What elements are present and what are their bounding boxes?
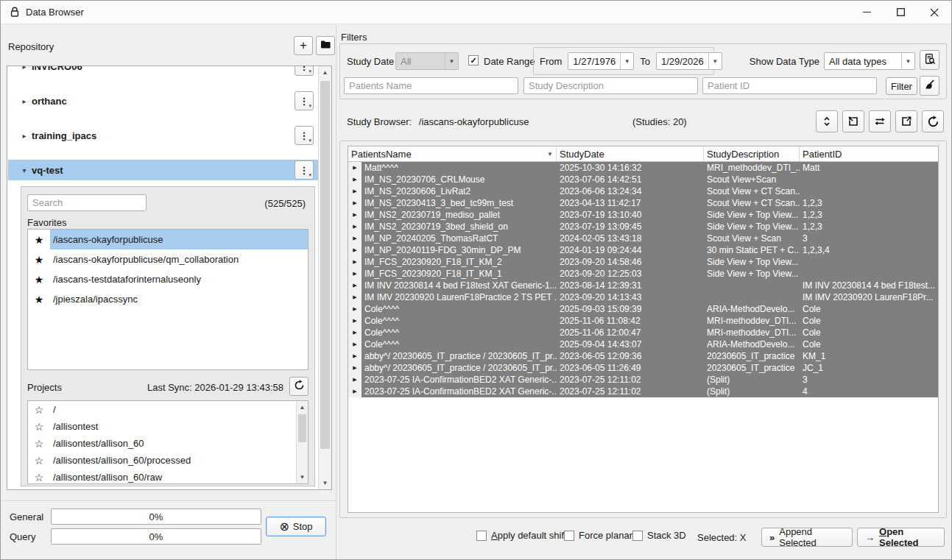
table-row[interactable]: ▶IM_NP_20240205_ThomasRatCT2024-02-05 13…	[348, 233, 938, 244]
table-row[interactable]: ▶IM INV 20230814 4 bed F18test XAT Gener…	[348, 280, 938, 291]
from-date-combo[interactable]: 1/27/1976 ▼	[568, 52, 634, 70]
tree-item-menu-button[interactable]: ⋮▾	[295, 91, 314, 110]
chevron-down-icon[interactable]: ▾	[18, 166, 30, 174]
table-row[interactable]: ▶2023-07-25 IA-ConfirmationBED2 XAT Gene…	[348, 386, 938, 397]
row-expander-icon[interactable]: ▶	[348, 185, 362, 197]
scroll-down-icon[interactable]: ▼	[297, 471, 308, 483]
chevron-right-icon[interactable]: ▸	[18, 65, 30, 71]
row-expander-icon[interactable]: ▶	[348, 221, 362, 233]
checkbox-apply-default-shift[interactable]: Apply default shift	[476, 530, 567, 541]
row-expander-icon[interactable]: ▶	[348, 374, 362, 386]
scroll-up-icon[interactable]: ▲	[319, 66, 331, 79]
favorite-item[interactable]: ★/iascans-okayforpublicuse/qm_collaborat…	[28, 249, 308, 269]
row-expander-icon[interactable]: ▶	[348, 303, 362, 315]
table-row[interactable]: ▶abby^/ 20230605_IT_practice / 20230605_…	[348, 350, 938, 362]
table-row[interactable]: ▶IM_NS_20230606_LivRat22023-06-06 13:24:…	[348, 185, 938, 197]
import-button[interactable]	[842, 110, 864, 132]
patients-name-input[interactable]	[344, 77, 518, 94]
transfer-button[interactable]	[869, 110, 891, 132]
tree-item-invicro06[interactable]: ▸INVICRO06⋮▾	[8, 65, 318, 77]
table-row[interactable]: ▶Cole^^^^2025-09-04 14:43:07ARIA-MethodD…	[348, 339, 938, 350]
date-range-checkbox[interactable]: ✓	[468, 55, 479, 65]
project-item[interactable]: ☆/	[28, 401, 296, 418]
checkbox-box[interactable]	[476, 531, 487, 541]
projects-scrollbar[interactable]: ▲ ▼	[296, 401, 308, 483]
favorite-item[interactable]: ★/iascans-okayforpublicuse	[28, 230, 308, 249]
refresh-studies-button[interactable]	[922, 110, 944, 132]
row-expander-icon[interactable]: ▶	[348, 291, 362, 303]
row-expander-icon[interactable]: ▶	[348, 162, 362, 174]
row-expander-icon[interactable]: ▶	[348, 197, 362, 209]
append-selected-button[interactable]: » Append Selected	[761, 528, 853, 547]
tree-item-training_ipacs[interactable]: ▸training_ipacs⋮▾	[8, 125, 318, 146]
checkbox-box[interactable]	[632, 531, 643, 541]
open-selected-button[interactable]: → Open Selected	[857, 528, 945, 547]
tree-item-menu-button[interactable]: ⋮▾	[295, 160, 314, 180]
table-row[interactable]: ▶IM_NS_20230706_CRLMouse2023-07-06 14:42…	[348, 174, 938, 185]
open-folder-button[interactable]	[316, 36, 335, 55]
table-row[interactable]: ▶Cole^^^^2025-11-06 11:08:42MRI-methodde…	[348, 315, 938, 327]
stop-button[interactable]: ⊗ Stop	[266, 517, 326, 536]
sync-refresh-button[interactable]	[289, 377, 308, 396]
row-expander-icon[interactable]: ▶	[348, 327, 362, 339]
favorite-item[interactable]: ★/iascans-testdataforinternaluseonly	[28, 269, 308, 289]
project-item[interactable]: ☆/allisontest/allison_60	[28, 435, 296, 452]
row-expander-icon[interactable]: ▶	[348, 233, 362, 244]
to-date-combo[interactable]: 1/29/2026 ▼	[656, 52, 722, 70]
project-item[interactable]: ☆/allisontest/allison_60/raw	[28, 469, 296, 483]
scroll-down-icon[interactable]: ▼	[319, 477, 331, 489]
table-row[interactable]: ▶Cole^^^^2025-09-03 15:09:39ARIA-MethodD…	[348, 303, 938, 315]
checkbox-force-planar[interactable]: Force planar	[564, 530, 632, 541]
table-row[interactable]: ▶IM_NP_20240119-FDG_30min_DP_PM2024-01-1…	[348, 244, 938, 256]
row-expander-icon[interactable]: ▶	[348, 244, 362, 256]
row-expander-icon[interactable]: ▶	[348, 350, 362, 362]
table-row[interactable]: ▶IM_NS2_20230719_mediso_pallet2023-07-19…	[348, 209, 938, 221]
table-row[interactable]: ▶IM_NS_20230413_3_bed_tc99m_test2023-04-…	[348, 197, 938, 209]
tree-item-menu-button[interactable]: ⋮▾	[295, 126, 314, 145]
table-row[interactable]: ▶Matt^^^^2025-10-30 14:16:32MRI_methodde…	[348, 162, 938, 174]
maximize-button[interactable]	[884, 1, 917, 24]
clear-filters-button[interactable]	[920, 76, 939, 96]
table-row[interactable]: ▶IM IMV 20230920 LaurenF18Practice 2 TS …	[348, 291, 938, 303]
patient-id-input[interactable]	[702, 77, 877, 94]
tree-item-menu-button[interactable]: ⋮▾	[295, 65, 314, 76]
table-row[interactable]: ▶IM_FCS_20230920_F18_IT_KM_12023-09-20 1…	[348, 268, 938, 280]
column-header-patientid[interactable]: PatientID	[800, 146, 938, 161]
table-row[interactable]: ▶IM_FCS_20230920_F18_IT_KM_22023-09-20 1…	[348, 256, 938, 268]
add-repository-button[interactable]: +	[294, 36, 313, 55]
scrollbar-thumb[interactable]	[320, 81, 330, 449]
row-expander-icon[interactable]: ▶	[348, 268, 362, 280]
row-expander-icon[interactable]: ▶	[348, 315, 362, 327]
checkbox-box[interactable]	[564, 531, 574, 541]
favorite-item[interactable]: ★/jpieszala/ipacssync	[28, 289, 308, 309]
export-button[interactable]	[895, 110, 917, 132]
column-header-patientsname[interactable]: PatientsName▼	[348, 146, 557, 161]
row-expander-icon[interactable]: ▶	[348, 174, 362, 185]
sort-icon[interactable]: ▼	[547, 151, 553, 157]
scroll-up-icon[interactable]: ▲	[297, 401, 308, 414]
chevron-right-icon[interactable]: ▸	[18, 97, 30, 105]
column-header-studydate[interactable]: StudyDate	[557, 146, 704, 161]
column-header-studydescription[interactable]: StudyDescription	[704, 146, 800, 161]
close-button[interactable]	[917, 1, 951, 24]
table-row[interactable]: ▶2023-07-25 IA-ConfirmationBED2 XAT Gene…	[348, 374, 938, 386]
minimize-button[interactable]	[850, 1, 884, 24]
row-expander-icon[interactable]: ▶	[348, 362, 362, 374]
search-input[interactable]	[27, 194, 147, 211]
expand-collapse-button[interactable]	[816, 110, 838, 132]
table-row[interactable]: ▶IM_NS2_20230719_3bed_shield_on2023-07-1…	[348, 221, 938, 233]
row-expander-icon[interactable]: ▶	[348, 256, 362, 268]
table-row[interactable]: ▶Cole^^^^2025-11-06 12:00:47MRI-methodde…	[348, 327, 938, 339]
scrollbar-thumb[interactable]	[298, 414, 306, 442]
tree-item-orthanc[interactable]: ▸orthanc⋮▾	[8, 91, 318, 111]
row-expander-icon[interactable]: ▶	[348, 386, 362, 397]
advanced-search-button[interactable]	[920, 50, 939, 70]
row-expander-icon[interactable]: ▶	[348, 280, 362, 291]
project-item[interactable]: ☆/allisontest	[28, 418, 296, 435]
chevron-right-icon[interactable]: ▸	[18, 132, 30, 140]
tree-item-vq-test[interactable]: ▾vq-test⋮▾	[8, 160, 318, 180]
study-description-input[interactable]	[523, 77, 698, 94]
show-data-type-combo[interactable]: All data types ▼	[824, 52, 915, 70]
table-row[interactable]: ▶abby^/ 20230605_IT_practice / 20230605_…	[348, 362, 938, 374]
filter-button[interactable]: Filter	[886, 77, 917, 95]
